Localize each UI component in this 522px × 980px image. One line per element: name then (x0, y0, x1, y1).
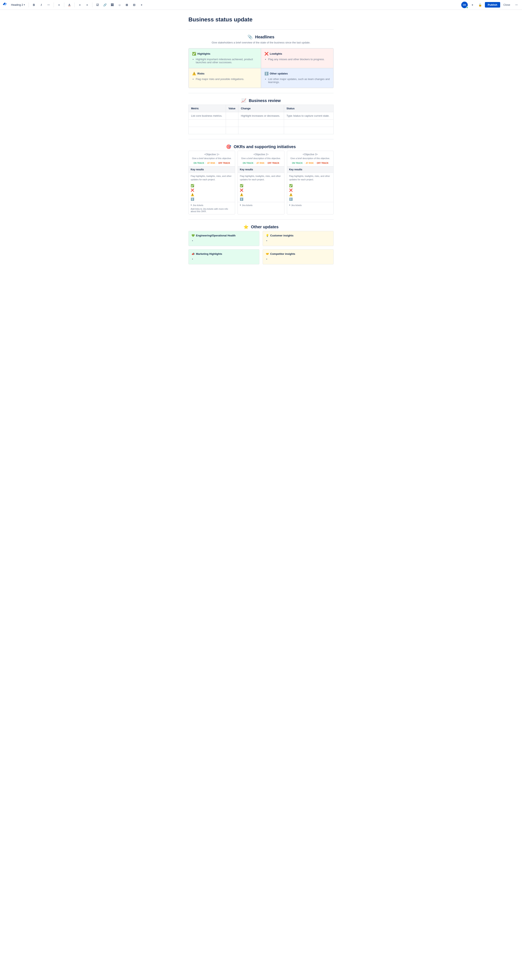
business-review-table: Metric Value Change Status List core bus… (189, 105, 333, 134)
status-on-track-2: ON TRACK (243, 162, 254, 164)
okrs-section: 🎯 OKRs and supporting initiatives <Objec… (189, 144, 333, 215)
status-cell-3 (284, 127, 333, 134)
table-row[interactable] (189, 119, 333, 127)
logo-icon[interactable] (2, 2, 7, 8)
risks-cell[interactable]: ⚠️ Risks Flag major risks and possible m… (189, 68, 261, 88)
value-cell-3 (226, 127, 238, 134)
customer-insights-card[interactable]: 💡 Customer insights (263, 231, 333, 246)
okr-status-row-3: ON TRACK / AT RISK / OFF TRACK (287, 161, 333, 166)
toolbar-divider-5 (92, 2, 92, 7)
check-icon-3: ✅ (289, 184, 332, 187)
marketing-content (192, 258, 256, 261)
highlights-cell[interactable]: ✅ Highlights Highlight important milesto… (189, 48, 261, 68)
okr-card-1[interactable]: <Objective 1> Give a brief description o… (189, 151, 235, 215)
status-on-track-1: ON TRACK (194, 162, 204, 164)
page-title[interactable]: Business status update (189, 16, 333, 23)
lowlights-cell[interactable]: ❌ Lowlights Flag any misses and other bl… (261, 48, 333, 68)
task-button[interactable]: ☑ (94, 2, 100, 8)
status-off-track-3: OFF TRACK (317, 162, 328, 164)
competitor-insights-title: 🤝 Competitor insights (266, 252, 330, 255)
risks-title: ⚠️ Risks (192, 72, 257, 75)
okr-grid: <Objective 1> Give a brief description o… (189, 151, 333, 215)
emoji-button[interactable]: ☺ (116, 2, 122, 8)
headlines-subtitle: Give stakeholders a brief overview of th… (189, 41, 333, 44)
add-more-button[interactable]: + (138, 2, 144, 8)
numbered-list-button[interactable]: ≡ (84, 2, 90, 8)
layout-button[interactable]: ⊟ (131, 2, 137, 8)
other-updates-icon: ℹ️ (265, 72, 268, 75)
bold-button[interactable]: B (31, 2, 37, 8)
metric-cell-3 (189, 127, 226, 134)
headlines-heading: 📎 Headlines (189, 35, 333, 39)
competitor-insights-content (266, 258, 330, 261)
okr-status-row-2: ON TRACK / AT RISK / OFF TRACK (238, 161, 284, 166)
table-header-row: Metric Value Change Status (189, 105, 333, 112)
status-sep-3a: / (304, 162, 305, 164)
customer-insights-title: 💡 Customer insights (266, 234, 330, 237)
status-sep-2a: / (255, 162, 255, 164)
lock-icon[interactable]: 🔒 (477, 2, 483, 8)
close-button[interactable]: Close (502, 2, 512, 8)
align-button[interactable]: ≡ (56, 2, 62, 8)
check-icon-2: ✅ (240, 184, 282, 187)
engineering-icon: 💚 (192, 234, 195, 237)
other-updates-section: ⭐ Other updates 💚 Engineering/Operationa… (189, 224, 333, 264)
other-updates-content: List other major updates, such as team c… (265, 78, 330, 84)
table-row[interactable]: List core business metrics. Highlight in… (189, 112, 333, 119)
okr-desc-2: Give a brief description of this objecti… (238, 157, 284, 161)
status-sep-3b: / (315, 162, 316, 164)
table-row[interactable] (189, 127, 333, 134)
toolbar-divider-2 (54, 2, 54, 7)
okr-jira-expand-2[interactable]: ▾ Jira tickets (240, 204, 282, 207)
cross-icon-2: ❌ (240, 188, 282, 192)
competitor-insights-icon: 🤝 (266, 252, 269, 255)
engineering-card[interactable]: 💚 Engineering/Operational Health (189, 231, 259, 246)
lowlights-title: ❌ Lowlights (265, 52, 330, 56)
more-text-button[interactable]: ··· (46, 2, 52, 8)
metric-cell-2 (189, 119, 226, 127)
status-sep-1b: / (217, 162, 217, 164)
cross-icon: ❌ (190, 188, 233, 192)
okr-card-3[interactable]: <Objective 3> Give a brief description o… (287, 151, 333, 215)
avatar-online-badge (466, 6, 468, 9)
okr-title-1: <Objective 1> (189, 151, 235, 157)
other-updates-cell[interactable]: ℹ️ Other updates List other major update… (261, 68, 333, 88)
main-content: Business status update 📎 Headlines Give … (184, 10, 338, 281)
okr-jira-expand-1[interactable]: ▾ Jira tickets (190, 204, 233, 207)
warning-icon: ⚠️ (190, 193, 233, 196)
italic-button[interactable]: I (38, 2, 44, 8)
business-review-heading: 📈 Business review (189, 98, 333, 103)
okr-title-2: <Objective 2> (238, 151, 284, 157)
add-collaborator-button[interactable]: + (470, 2, 476, 8)
highlights-title: ✅ Highlights (192, 52, 257, 56)
publish-button[interactable]: Publish (485, 2, 500, 8)
status-sep-1a: / (206, 162, 206, 164)
more-options-button[interactable]: ··· (513, 2, 520, 8)
bullet-list-button[interactable]: ≡ (77, 2, 83, 8)
text-color-button[interactable]: A (66, 2, 72, 8)
check-icon: ✅ (190, 184, 233, 187)
headlines-section: 📎 Headlines Give stakeholders a brief ov… (189, 35, 333, 88)
okr-key-results-body-2: Flag highlights, lowlights, risks, and o… (238, 173, 284, 183)
table-button[interactable]: ⊞ (124, 2, 130, 8)
okr-card-2[interactable]: <Objective 2> Give a brief description o… (238, 151, 284, 215)
okr-jira-expand-3[interactable]: ▾ Jira tickets (289, 204, 332, 207)
business-review-section: 📈 Business review Metric Value Change St… (189, 98, 333, 134)
link-button[interactable]: 🔗 (102, 2, 108, 8)
value-cell (226, 112, 238, 119)
info-icon-3: ℹ️ (289, 197, 332, 201)
image-button[interactable]: 🖼 (109, 2, 115, 8)
okr-icons-1: ✅ ❌ ⚠️ ℹ️ (189, 183, 235, 202)
okrs-heading: 🎯 OKRs and supporting initiatives (189, 144, 333, 149)
heading-select[interactable]: Heading 2 ▾ (10, 2, 27, 7)
okr-key-results-header-1: Key results (189, 166, 235, 173)
avatar[interactable]: CK (461, 2, 468, 8)
warning-icon-2: ⚠️ (240, 193, 282, 196)
col-status: Status (284, 105, 333, 112)
toolbar-divider-3 (64, 2, 64, 7)
customer-insights-icon: 💡 (266, 234, 269, 237)
marketing-card[interactable]: 📣 Marketing Highlights (189, 249, 259, 264)
toolbar: Heading 2 ▾ B I ··· ≡ A ≡ ≡ ☑ 🔗 🖼 ☺ ⊞ ⊟ (0, 0, 522, 10)
status-off-track-1: OFF TRACK (218, 162, 230, 164)
competitor-insights-card[interactable]: 🤝 Competitor insights (263, 249, 333, 264)
